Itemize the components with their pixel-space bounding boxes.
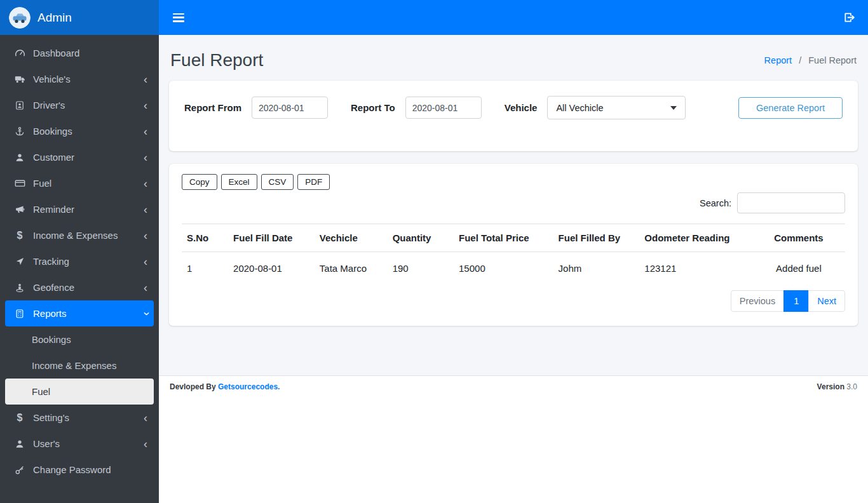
sidebar-item-label: Reminder — [33, 204, 74, 215]
sidebar-item-reminder[interactable]: Reminder ‹ — [5, 196, 154, 222]
breadcrumb-current: Fuel Report — [808, 55, 857, 65]
report-from-label: Report From — [184, 102, 241, 113]
report-to-input[interactable] — [405, 97, 482, 119]
page-header: Fuel Report Report / Fuel Report — [169, 44, 858, 81]
column-header-odometer-reading[interactable]: Odometer Reading — [639, 224, 752, 252]
footer: Devloped By Getsourcecodes. Version 3.0 — [159, 375, 868, 398]
brand: Admin — [0, 0, 159, 35]
sidebar-item-dashboard[interactable]: Dashboard — [5, 40, 154, 66]
calculator-icon — [11, 309, 28, 319]
cell-fuel-filled-by: Johm — [553, 252, 640, 290]
sidebar-item-settings[interactable]: $ Setting's ‹ — [5, 405, 154, 431]
caret-down-icon — [670, 106, 677, 110]
sidebar-item-tracking[interactable]: Tracking ‹ — [5, 248, 154, 274]
csv-button[interactable]: CSV — [261, 174, 294, 190]
chevron-left-icon: ‹ — [144, 152, 147, 163]
app-logo-icon — [9, 7, 31, 29]
cell-quantity: 190 — [388, 252, 454, 290]
chevron-left-icon: ‹ — [144, 204, 147, 215]
page-bottom-whitespace — [159, 398, 868, 503]
fuel-report-table-card: Copy Excel CSV PDF Search: S.No Fuel Fil… — [169, 164, 858, 326]
dollar-icon: $ — [11, 412, 28, 424]
vehicle-label: Vehicle — [505, 102, 538, 113]
column-header-sno[interactable]: S.No — [182, 224, 228, 252]
sidebar-item-reports[interactable]: Reports ‹ — [5, 300, 154, 326]
search-input[interactable] — [737, 192, 845, 213]
sidebar-item-customer[interactable]: Customer ‹ — [5, 144, 154, 170]
pagination-next-button[interactable]: Next — [808, 290, 845, 312]
hamburger-menu-icon[interactable] — [173, 13, 184, 22]
location-arrow-icon — [11, 257, 28, 266]
sidebar-item-label: Driver's — [33, 100, 65, 111]
topbar: Admin — [0, 0, 868, 35]
cell-vehicle: Tata Marco — [315, 252, 388, 290]
breadcrumb-separator: / — [799, 55, 801, 65]
column-header-fuel-total-price[interactable]: Fuel Total Price — [454, 224, 553, 252]
cell-odometer-reading: 123121 — [639, 252, 752, 290]
anchor-icon — [11, 126, 28, 137]
bullhorn-icon — [11, 204, 28, 215]
column-header-fuel-fill-date[interactable]: Fuel Fill Date — [228, 224, 315, 252]
chevron-left-icon: ‹ — [144, 74, 147, 85]
footer-version: Version 3.0 — [817, 382, 857, 391]
column-header-fuel-filled-by[interactable]: Fuel Filled By — [553, 224, 640, 252]
vehicle-select[interactable]: All Vechicle — [547, 96, 686, 119]
sidebar-subitem-label: Bookings — [32, 334, 71, 345]
footer-brand-link[interactable]: Getsourcecodes. — [218, 382, 280, 391]
user-icon — [11, 152, 28, 163]
sidebar-item-label: Change Password — [33, 464, 111, 475]
breadcrumb-report-link[interactable]: Report — [764, 55, 792, 65]
search-label: Search: — [700, 198, 731, 208]
footer-credit: Devloped By Getsourcecodes. — [170, 382, 280, 391]
sidebar-subitem-label: Income & Expenses — [32, 360, 116, 371]
main-content: Fuel Report Report / Fuel Report Report … — [159, 35, 868, 503]
sidebar-item-users[interactable]: User's ‹ — [5, 431, 154, 457]
sidebar-item-label: Fuel — [33, 178, 51, 189]
sidebar-item-change-password[interactable]: Change Password — [5, 457, 154, 483]
excel-button[interactable]: Excel — [221, 174, 257, 190]
sidebar-subitem-income-expenses[interactable]: Income & Expenses — [5, 352, 154, 379]
sidebar-item-label: User's — [33, 438, 60, 449]
chevron-left-icon: ‹ — [144, 282, 147, 293]
sidebar-subitem-bookings[interactable]: Bookings — [5, 326, 154, 352]
chevron-left-icon: ‹ — [144, 126, 147, 137]
copy-button[interactable]: Copy — [182, 174, 217, 190]
generate-report-button[interactable]: Generate Report — [738, 97, 843, 119]
fuel-report-table: S.No Fuel Fill Date Vechicle Quantity Fu… — [182, 224, 845, 289]
column-header-quantity[interactable]: Quantity — [388, 224, 454, 252]
sidebar-item-geofence[interactable]: Geofence ‹ — [5, 274, 154, 300]
breadcrumb: Report / Fuel Report — [764, 55, 857, 65]
table-row: 1 2020-08-01 Tata Marco 190 15000 Johm 1… — [182, 252, 845, 290]
report-from-input[interactable] — [252, 97, 328, 119]
topbar-nav — [159, 0, 868, 35]
sidebar-item-label: Dashboard — [33, 48, 79, 58]
sidebar-item-drivers[interactable]: Driver's ‹ — [5, 92, 154, 118]
chevron-left-icon: ‹ — [144, 230, 147, 241]
tachometer-icon — [11, 48, 28, 58]
sidebar-item-bookings[interactable]: Bookings ‹ — [5, 118, 154, 144]
pdf-button[interactable]: PDF — [297, 174, 330, 190]
cell-sno: 1 — [182, 252, 228, 290]
footer-version-label: Version — [817, 382, 844, 391]
sidebar: Dashboard Vehicle's ‹ Driver's ‹ Booking… — [0, 35, 159, 503]
truck-icon — [11, 74, 28, 84]
sidebar-subitem-fuel[interactable]: Fuel — [5, 379, 154, 405]
dollar-icon: $ — [11, 230, 28, 241]
key-icon — [11, 465, 28, 475]
logout-icon[interactable] — [843, 11, 855, 23]
pagination-previous-button[interactable]: Previous — [731, 290, 784, 312]
sidebar-item-label: Geofence — [33, 282, 74, 293]
search-bar: Search: — [182, 192, 845, 213]
sidebar-item-income-expenses[interactable]: $ Income & Expenses ‹ — [5, 222, 154, 248]
column-header-vehicle[interactable]: Vechicle — [315, 224, 388, 252]
cell-fuel-fill-date: 2020-08-01 — [228, 252, 315, 290]
column-header-comments[interactable]: Comments — [752, 224, 845, 252]
pagination-page-1-button[interactable]: 1 — [783, 290, 809, 312]
sidebar-item-vehicles[interactable]: Vehicle's ‹ — [5, 66, 154, 92]
sidebar-item-fuel[interactable]: Fuel ‹ — [5, 170, 154, 196]
sidebar-item-label: Income & Expenses — [33, 230, 118, 241]
report-filter-card: Report From Report To Vehicle All Vechic… — [169, 81, 858, 151]
table-header-row: S.No Fuel Fill Date Vechicle Quantity Fu… — [182, 224, 845, 252]
id-badge-icon — [11, 100, 28, 111]
sidebar-item-label: Customer — [33, 152, 74, 163]
